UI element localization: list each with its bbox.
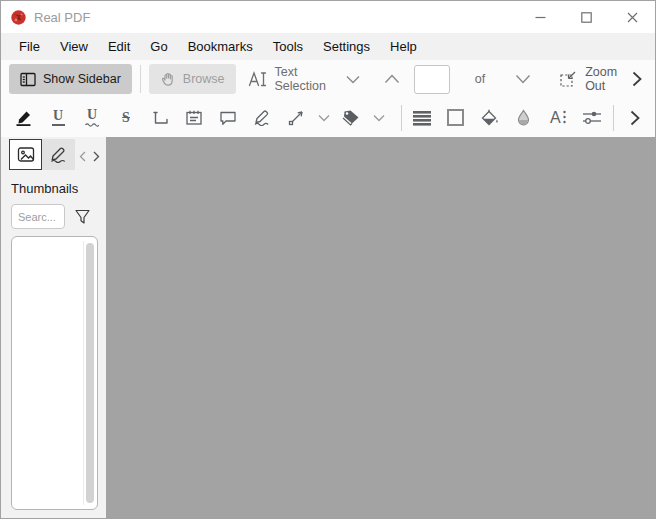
document-area[interactable]	[106, 137, 655, 518]
menu-bar: File View Edit Go Bookmarks Tools Settin…	[1, 33, 655, 60]
browse-button[interactable]: Browse	[149, 64, 236, 94]
show-sidebar-button[interactable]: Show Sidebar	[9, 64, 132, 94]
thumbnail-scrollbar[interactable]	[83, 241, 96, 505]
toolbar-separator	[401, 105, 402, 131]
tag-tool-button[interactable]	[338, 104, 364, 132]
opacity-icon	[516, 109, 531, 127]
highlighter-icon	[14, 109, 34, 127]
tag-tool-chevron-icon[interactable]	[372, 104, 385, 132]
font-properties-button[interactable]: A	[545, 104, 571, 132]
tab-scroll-left-icon[interactable]	[75, 142, 89, 170]
sidebar-tab-bar	[1, 137, 106, 170]
toolbar-separator	[613, 105, 614, 131]
menu-settings[interactable]: Settings	[313, 35, 380, 58]
ink-signature-icon	[252, 109, 272, 126]
ink-signature-tool-button[interactable]	[249, 104, 275, 132]
comment-tool-button[interactable]	[215, 104, 241, 132]
tab-thumbnails[interactable]	[9, 139, 42, 170]
menu-tools[interactable]: Tools	[263, 35, 313, 58]
sidebar-title: Thumbnails	[11, 181, 106, 196]
sidebar-layout-icon	[20, 72, 36, 87]
text-selection-label: Text Selection	[275, 65, 330, 93]
caret-tool-button[interactable]	[147, 104, 173, 132]
pen-icon	[49, 146, 68, 163]
text-selection-tool[interactable]: Text Selection	[248, 65, 360, 93]
annotation-overflow-chevron[interactable]	[625, 105, 645, 131]
thumbnail-search-input[interactable]	[11, 204, 65, 229]
sidebar-search-row	[11, 204, 106, 229]
note-tool-button[interactable]	[181, 104, 207, 132]
comment-icon	[219, 110, 237, 126]
opacity-button[interactable]	[511, 104, 537, 132]
window-title: Real PDF	[34, 10, 90, 25]
arrow-icon	[288, 109, 305, 126]
maximize-button[interactable]	[563, 1, 609, 33]
tab-scroll-right-icon[interactable]	[89, 142, 103, 170]
minimize-button[interactable]	[517, 1, 563, 33]
picture-icon	[17, 146, 35, 163]
tag-icon	[341, 109, 361, 126]
menu-bookmarks[interactable]: Bookmarks	[178, 35, 263, 58]
previous-page-button[interactable]	[384, 74, 400, 84]
strikethrough-icon: S	[122, 110, 130, 126]
menu-view[interactable]: View	[50, 35, 98, 58]
page-number-input[interactable]	[414, 65, 450, 94]
text-selection-icon	[248, 71, 267, 87]
browse-label: Browse	[183, 72, 225, 86]
properties-slider-icon	[582, 109, 602, 126]
next-page-button[interactable]	[515, 74, 531, 84]
body-area: Thumbnails	[1, 137, 655, 518]
menu-file[interactable]: File	[9, 35, 50, 58]
window-controls	[517, 1, 655, 33]
border-style-button[interactable]	[443, 104, 469, 132]
strikethrough-tool-button[interactable]: S	[113, 104, 139, 132]
caret-icon	[152, 110, 169, 126]
thumbnail-list[interactable]	[11, 236, 98, 510]
tab-annotations[interactable]	[42, 139, 75, 170]
underline-tool-button[interactable]: U	[45, 104, 71, 132]
app-logo-icon	[10, 9, 27, 26]
menu-go[interactable]: Go	[140, 35, 177, 58]
title-bar: Real PDF	[1, 1, 655, 33]
fill-color-button[interactable]	[477, 104, 503, 132]
arrow-tool-button[interactable]	[283, 104, 309, 132]
properties-slider-button[interactable]	[579, 104, 605, 132]
zoom-out-button[interactable]: Zoom Out	[559, 65, 627, 93]
rectangle-icon	[446, 108, 465, 127]
line-thickness-icon	[412, 110, 432, 126]
arrow-tool-chevron-icon[interactable]	[317, 104, 330, 132]
menu-edit[interactable]: Edit	[98, 35, 140, 58]
zoom-out-label: Zoom Out	[585, 65, 627, 93]
zoom-out-icon	[559, 70, 577, 88]
show-sidebar-label: Show Sidebar	[43, 72, 121, 86]
note-icon	[185, 109, 203, 126]
sidebar-panel: Thumbnails	[1, 137, 106, 518]
squiggly-underline-tool-button[interactable]: U	[79, 104, 105, 132]
hand-icon	[160, 71, 176, 87]
line-thickness-button[interactable]	[409, 104, 435, 132]
filter-funnel-icon[interactable]	[74, 209, 91, 225]
scrollbar-thumb[interactable]	[86, 243, 94, 503]
fill-color-icon	[480, 109, 500, 127]
chevron-down-icon[interactable]	[346, 75, 360, 84]
toolbar-overflow-chevron[interactable]	[627, 66, 647, 92]
highlight-tool-button[interactable]	[11, 104, 37, 132]
main-toolbar: Show Sidebar Browse Text Selection	[1, 60, 655, 98]
annotation-toolbar: U U S	[1, 98, 655, 137]
squiggly-underline-icon: U	[85, 108, 99, 127]
underline-icon: U	[52, 109, 65, 126]
toolbar-separator	[140, 65, 141, 93]
app-window: Real PDF File View Edit Go Bookmarks Too…	[0, 0, 656, 519]
menu-help[interactable]: Help	[380, 35, 427, 58]
close-button[interactable]	[609, 1, 655, 33]
page-count-label: of	[475, 72, 485, 86]
font-properties-icon: A	[550, 110, 566, 126]
